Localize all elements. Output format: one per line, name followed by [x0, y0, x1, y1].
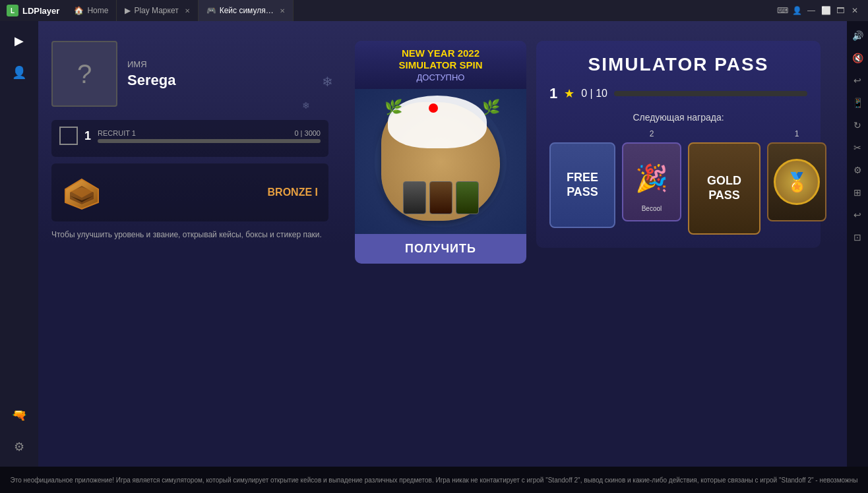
rank-label: RECRUIT 1	[98, 129, 136, 137]
sticker-image: 🎉	[625, 152, 678, 205]
rewards-row: FREE PASS 2 🎉 Becool GOLD PASS	[549, 129, 807, 235]
play-market-icon: ▶	[125, 6, 131, 15]
resize-icon[interactable]: ⊡	[848, 228, 867, 246]
spin-available-label: ДОСТУПНО	[361, 72, 520, 82]
rank-square-icon	[59, 127, 78, 145]
tab-case-sim-close[interactable]: ✕	[280, 7, 285, 14]
reward-num-1	[581, 129, 583, 138]
bottom-bar: Это неофициальное приложение! Игра являе…	[0, 467, 868, 493]
holly-right: 🌿	[482, 99, 500, 116]
pass-title: SIMULATOR PASS	[549, 54, 807, 75]
player-panel: ? ИМЯ Serega 1 RECRUIT 1 0 | 3000	[51, 41, 328, 241]
restore-button[interactable]: ⬜	[819, 4, 832, 17]
sidebar-right: 🔊 🔇 ↩ 📱 ↻ ✂ ⚙ ⊞ ↩ ⊡	[847, 21, 868, 467]
weapon-item-2	[429, 181, 452, 214]
rank-section: 1 RECRUIT 1 0 | 3000	[51, 120, 328, 157]
bronze-label: BRONZE I	[268, 187, 318, 198]
pass-progress-bar	[614, 91, 807, 96]
tabs-bar: 🏠 Home ▶ Play Маркет ✕ 🎮 Кейс симуля… ✕	[66, 0, 769, 21]
weapon-item-1	[403, 181, 426, 214]
tab-play-market-close[interactable]: ✕	[185, 7, 190, 14]
close-button[interactable]: ✕	[848, 4, 861, 17]
scissors-icon[interactable]: ✂	[848, 138, 867, 157]
sticker-label: Becool	[642, 205, 662, 212]
tab-home[interactable]: 🏠 Home	[66, 0, 117, 21]
weapon-item-3	[456, 181, 479, 214]
maximize-button[interactable]: 🗖	[834, 4, 847, 17]
volume-icon[interactable]: 🔊	[848, 26, 867, 45]
reward-col-medal: 1 🏅	[767, 129, 826, 221]
player-info-text: Чтобы улучшить уровень и звание, открыва…	[51, 229, 328, 241]
gold-pass-card: GOLD PASS	[688, 142, 760, 235]
spin-image-area: 🌿 🌿	[355, 89, 526, 234]
reward-col-gold-pass: GOLD PASS	[688, 129, 760, 235]
main-container: ▶ 👤 🔫 ⚙ ❄ ❄ ? ИМЯ Serega 1	[0, 21, 868, 467]
settings-icon[interactable]: ⚙	[848, 161, 867, 179]
medal-card: 🏅	[767, 142, 826, 221]
sidebar-gun-icon[interactable]: 🔫	[6, 402, 32, 428]
tab-play-market[interactable]: ▶ Play Маркет ✕	[117, 0, 198, 21]
mobile-icon[interactable]: 📱	[848, 94, 867, 112]
back-icon[interactable]: ↩	[848, 206, 867, 224]
disclaimer-text: Это неофициальное приложение! Игра являе…	[7, 476, 861, 484]
tab-play-market-label: Play Маркет	[134, 6, 178, 15]
free-pass-card: FREE PASS	[549, 142, 615, 228]
weapons-overlay	[388, 181, 493, 214]
player-avatar: ?	[51, 41, 117, 107]
xp-fraction: 0 | 3000	[294, 129, 321, 137]
title-bar: L LDPlayer 🏠 Home ▶ Play Маркет ✕ 🎮 Кейс…	[0, 0, 868, 21]
player-info: ? ИМЯ Serega	[51, 41, 328, 107]
xp-bar-container: RECRUIT 1 0 | 3000	[98, 129, 321, 143]
reward-col-free-pass: FREE PASS	[549, 129, 615, 228]
bronze-section: BRONZE I	[51, 163, 328, 221]
xp-values: RECRUIT 1 0 | 3000	[98, 129, 321, 137]
minimize-button[interactable]: —	[805, 4, 818, 17]
grid-icon[interactable]: ⊞	[848, 183, 867, 202]
tab-case-sim-label: Кейс симуля…	[220, 6, 274, 15]
keyboard-icon[interactable]: ⌨	[776, 4, 789, 17]
pass-next-reward-label: Следующая награда:	[549, 112, 807, 123]
tab-case-sim[interactable]: 🎮 Кейс симуля… ✕	[199, 0, 294, 21]
pass-xp: 0 | 10	[581, 88, 607, 100]
refresh-icon[interactable]: ↻	[848, 116, 867, 134]
rank-row: 1 RECRUIT 1 0 | 3000	[59, 127, 321, 145]
avatar-placeholder: ?	[77, 59, 92, 89]
sidebar-left: ▶ 👤 🔫 ⚙	[0, 21, 38, 467]
spin-cookie-visual: 🌿 🌿	[375, 96, 507, 227]
reward-num-4: 1	[795, 129, 799, 138]
rank-number: 1	[84, 129, 91, 143]
reward-num-2: 2	[650, 129, 654, 138]
mute-icon[interactable]: 🔇	[848, 49, 867, 67]
sticker-card: 🎉 Becool	[622, 142, 681, 221]
name-label: ИМЯ	[127, 59, 175, 69]
pass-panel: SIMULATOR PASS 1 ★ 0 | 10 Следующая нагр…	[536, 41, 821, 248]
red-berry	[429, 103, 438, 113]
reward-num-3	[723, 129, 725, 138]
pass-level: 1	[549, 85, 557, 102]
bronze-badge	[62, 173, 102, 212]
star-icon: ★	[564, 86, 574, 101]
tab-home-label: Home	[87, 6, 108, 15]
window-controls: ⌨ 👤 — ⬜ 🗖 ✕	[769, 4, 868, 17]
game-content: ❄ ❄ ? ИМЯ Serega 1 RECRUIT 1	[38, 21, 847, 467]
logo-icon: L	[7, 5, 18, 16]
spin-title: NEW YEAR 2022 SIMULATOR SPIN ДОСТУПНО	[355, 41, 526, 89]
holly-left: 🌿	[385, 99, 402, 116]
spin-title-text: NEW YEAR 2022 SIMULATOR SPIN	[361, 47, 520, 71]
app-name: LDPlayer	[22, 6, 59, 16]
player-name-section: ИМЯ Serega	[127, 59, 175, 89]
rotate-icon[interactable]: ↩	[848, 71, 867, 90]
account-icon[interactable]: 👤	[790, 4, 803, 17]
app-logo: L LDPlayer	[0, 5, 66, 16]
sidebar-settings-icon[interactable]: ⚙	[6, 434, 32, 460]
cookie-icing	[388, 96, 487, 148]
xp-bar	[98, 139, 321, 143]
pass-progress-row: 1 ★ 0 | 10	[549, 85, 807, 102]
case-sim-icon: 🎮	[206, 6, 216, 15]
medal-circle: 🏅	[774, 159, 820, 205]
free-pass-text: FREE PASS	[551, 165, 614, 204]
sidebar-avatar-icon[interactable]: 👤	[6, 59, 32, 86]
sidebar-play-icon[interactable]: ▶	[6, 28, 32, 54]
spin-get-button[interactable]: ПОЛУЧИТЬ	[355, 234, 526, 264]
gold-pass-text: GOLD PASS	[689, 169, 759, 208]
